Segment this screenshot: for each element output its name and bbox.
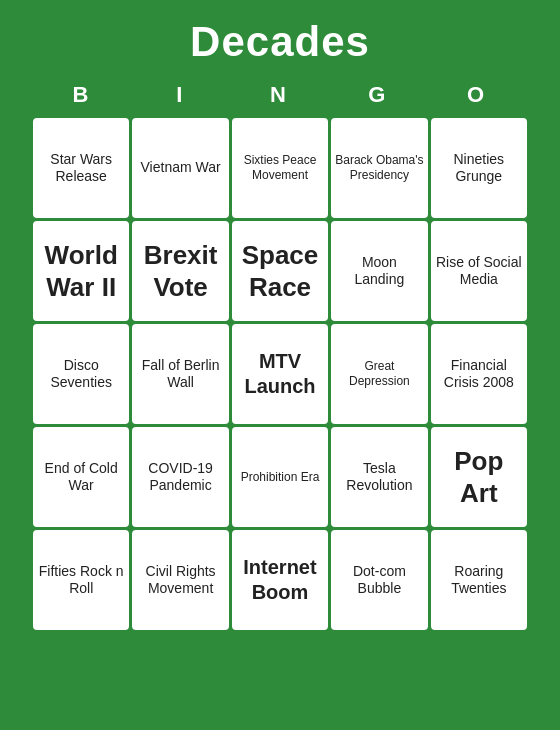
bingo-cell[interactable]: Sixties Peace Movement bbox=[232, 118, 328, 218]
bingo-cell[interactable]: Fifties Rock n Roll bbox=[33, 530, 129, 630]
bingo-cell[interactable]: Fall of Berlin Wall bbox=[132, 324, 228, 424]
bingo-grid: Star Wars ReleaseVietnam WarSixties Peac… bbox=[33, 118, 527, 630]
bingo-cell[interactable]: Great Depression bbox=[331, 324, 427, 424]
bingo-cell[interactable]: Space Race bbox=[232, 221, 328, 321]
bingo-cell[interactable]: MTV Launch bbox=[232, 324, 328, 424]
bingo-cell[interactable]: Rise of Social Media bbox=[431, 221, 527, 321]
bingo-cell[interactable]: Nineties Grunge bbox=[431, 118, 527, 218]
bingo-cell[interactable]: Brexit Vote bbox=[132, 221, 228, 321]
bingo-header-letter: I bbox=[132, 76, 231, 114]
bingo-cell[interactable]: End of Cold War bbox=[33, 427, 129, 527]
bingo-header-letter: G bbox=[329, 76, 428, 114]
bingo-header-letter: B bbox=[33, 76, 132, 114]
bingo-cell[interactable]: Roaring Twenties bbox=[431, 530, 527, 630]
bingo-cell[interactable]: COVID-19 Pandemic bbox=[132, 427, 228, 527]
bingo-cell[interactable]: Star Wars Release bbox=[33, 118, 129, 218]
bingo-cell[interactable]: Barack Obama's Presidency bbox=[331, 118, 427, 218]
bingo-cell[interactable]: Disco Seventies bbox=[33, 324, 129, 424]
bingo-cell[interactable]: Dot-com Bubble bbox=[331, 530, 427, 630]
bingo-header: BINGO bbox=[33, 76, 527, 114]
bingo-cell[interactable]: Moon Landing bbox=[331, 221, 427, 321]
bingo-header-letter: N bbox=[231, 76, 330, 114]
page-title: Decades bbox=[190, 18, 370, 66]
bingo-header-letter: O bbox=[428, 76, 527, 114]
bingo-cell[interactable]: Prohibition Era bbox=[232, 427, 328, 527]
bingo-cell[interactable]: Civil Rights Movement bbox=[132, 530, 228, 630]
bingo-cell[interactable]: World War II bbox=[33, 221, 129, 321]
bingo-card: BINGO Star Wars ReleaseVietnam WarSixtie… bbox=[15, 76, 545, 648]
bingo-cell[interactable]: Financial Crisis 2008 bbox=[431, 324, 527, 424]
bingo-cell[interactable]: Internet Boom bbox=[232, 530, 328, 630]
bingo-cell[interactable]: Vietnam War bbox=[132, 118, 228, 218]
bingo-cell[interactable]: Tesla Revolution bbox=[331, 427, 427, 527]
bingo-cell[interactable]: Pop Art bbox=[431, 427, 527, 527]
